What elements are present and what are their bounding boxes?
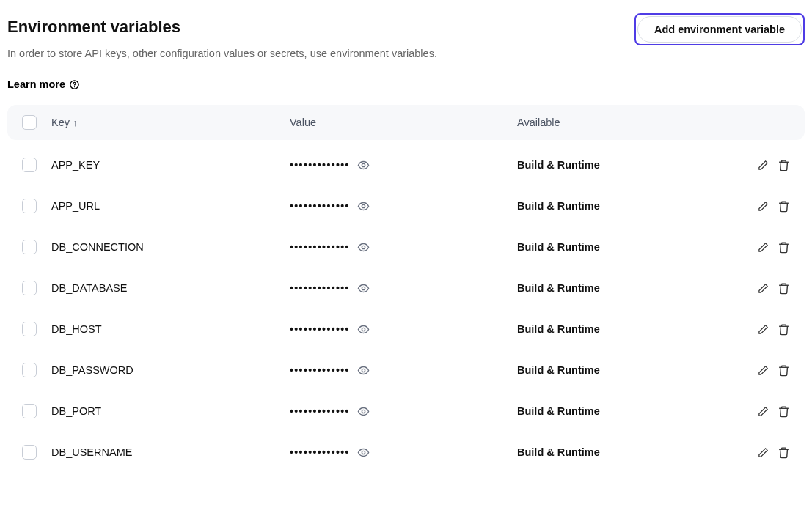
table-row: APP_KEY•••••••••••••Build & Runtime xyxy=(7,144,805,185)
table-row: DB_USERNAME•••••••••••••Build & Runtime xyxy=(7,432,805,473)
svg-point-1 xyxy=(74,86,75,87)
table-row: DB_PASSWORD•••••••••••••Build & Runtime xyxy=(7,350,805,391)
delete-button[interactable] xyxy=(778,364,790,377)
trash-icon xyxy=(778,282,790,295)
table-row: DB_CONNECTION•••••••••••••Build & Runtim… xyxy=(7,226,805,267)
eye-icon xyxy=(357,241,370,254)
svg-point-7 xyxy=(362,369,365,372)
env-vars-table: Key ↑ Value Available APP_KEY•••••••••••… xyxy=(7,105,805,473)
row-checkbox[interactable] xyxy=(22,445,37,460)
page-title: Environment variables xyxy=(7,18,437,37)
pencil-icon xyxy=(758,365,769,376)
env-var-key: DB_HOST xyxy=(51,323,290,335)
pencil-icon xyxy=(758,283,769,294)
row-checkbox[interactable] xyxy=(22,281,37,295)
table-row: DB_HOST•••••••••••••Build & Runtime xyxy=(7,309,805,350)
column-header-value[interactable]: Value xyxy=(290,117,517,128)
env-var-key: APP_KEY xyxy=(51,159,290,171)
table-row: DB_PORT•••••••••••••Build & Runtime xyxy=(7,391,805,432)
pencil-icon xyxy=(758,160,769,171)
help-circle-icon xyxy=(69,79,80,90)
eye-icon xyxy=(357,405,370,418)
delete-button[interactable] xyxy=(778,241,790,254)
env-var-masked-value: ••••••••••••• xyxy=(290,241,350,253)
env-var-masked-value: ••••••••••••• xyxy=(290,282,350,294)
trash-icon xyxy=(778,446,790,459)
eye-icon xyxy=(357,323,370,336)
env-var-availability: Build & Runtime xyxy=(517,159,739,171)
learn-more-link[interactable]: Learn more xyxy=(7,78,80,90)
add-button-highlight: Add environment variable xyxy=(634,13,805,45)
row-checkbox[interactable] xyxy=(22,158,37,172)
edit-button[interactable] xyxy=(758,406,769,417)
trash-icon xyxy=(778,241,790,254)
reveal-value-button[interactable] xyxy=(357,159,370,171)
trash-icon xyxy=(778,405,790,418)
svg-point-6 xyxy=(362,328,365,331)
page-subtitle: In order to store API keys, other config… xyxy=(7,45,437,62)
table-row: APP_URL•••••••••••••Build & Runtime xyxy=(7,185,805,226)
row-checkbox[interactable] xyxy=(22,322,37,336)
pencil-icon xyxy=(758,406,769,417)
trash-icon xyxy=(778,364,790,377)
env-var-availability: Build & Runtime xyxy=(517,323,739,335)
edit-button[interactable] xyxy=(758,365,769,376)
trash-icon xyxy=(778,323,790,336)
svg-point-2 xyxy=(362,163,365,166)
row-checkbox[interactable] xyxy=(22,199,37,213)
reveal-value-button[interactable] xyxy=(357,200,370,213)
reveal-value-button[interactable] xyxy=(357,405,370,418)
env-var-masked-value: ••••••••••••• xyxy=(290,364,350,376)
env-var-masked-value: ••••••••••••• xyxy=(290,159,350,171)
svg-point-8 xyxy=(362,410,365,413)
trash-icon xyxy=(778,159,790,171)
select-all-checkbox[interactable] xyxy=(22,115,37,130)
row-checkbox[interactable] xyxy=(22,363,37,377)
sort-asc-icon: ↑ xyxy=(73,117,78,128)
env-var-availability: Build & Runtime xyxy=(517,446,739,458)
table-header: Key ↑ Value Available xyxy=(7,105,805,140)
delete-button[interactable] xyxy=(778,200,790,213)
edit-button[interactable] xyxy=(758,160,769,171)
env-var-key: DB_PORT xyxy=(51,405,290,417)
column-header-available[interactable]: Available xyxy=(517,117,739,128)
reveal-value-button[interactable] xyxy=(357,446,370,459)
env-var-key: DB_DATABASE xyxy=(51,282,290,294)
delete-button[interactable] xyxy=(778,159,790,171)
env-var-masked-value: ••••••••••••• xyxy=(290,405,350,417)
env-var-key: DB_CONNECTION xyxy=(51,241,290,253)
edit-button[interactable] xyxy=(758,447,769,458)
pencil-icon xyxy=(758,324,769,335)
trash-icon xyxy=(778,200,790,213)
pencil-icon xyxy=(758,201,769,212)
reveal-value-button[interactable] xyxy=(357,241,370,254)
row-checkbox[interactable] xyxy=(22,240,37,254)
delete-button[interactable] xyxy=(778,446,790,459)
reveal-value-button[interactable] xyxy=(357,364,370,377)
row-checkbox[interactable] xyxy=(22,404,37,418)
env-var-availability: Build & Runtime xyxy=(517,364,739,376)
edit-button[interactable] xyxy=(758,283,769,294)
delete-button[interactable] xyxy=(778,323,790,336)
env-var-masked-value: ••••••••••••• xyxy=(290,323,350,335)
env-var-availability: Build & Runtime xyxy=(517,200,739,212)
env-var-availability: Build & Runtime xyxy=(517,282,739,294)
eye-icon xyxy=(357,446,370,459)
edit-button[interactable] xyxy=(758,242,769,253)
edit-button[interactable] xyxy=(758,201,769,212)
delete-button[interactable] xyxy=(778,405,790,418)
add-environment-variable-button[interactable]: Add environment variable xyxy=(637,16,802,43)
column-header-key[interactable]: Key ↑ xyxy=(51,117,290,128)
delete-button[interactable] xyxy=(778,282,790,295)
svg-point-3 xyxy=(362,204,365,207)
reveal-value-button[interactable] xyxy=(357,282,370,295)
env-var-key: DB_USERNAME xyxy=(51,446,290,458)
eye-icon xyxy=(357,200,370,213)
eye-icon xyxy=(357,282,370,295)
learn-more-label: Learn more xyxy=(7,78,65,90)
svg-point-4 xyxy=(362,246,365,248)
edit-button[interactable] xyxy=(758,324,769,335)
reveal-value-button[interactable] xyxy=(357,323,370,336)
svg-point-9 xyxy=(362,451,365,454)
eye-icon xyxy=(357,364,370,377)
